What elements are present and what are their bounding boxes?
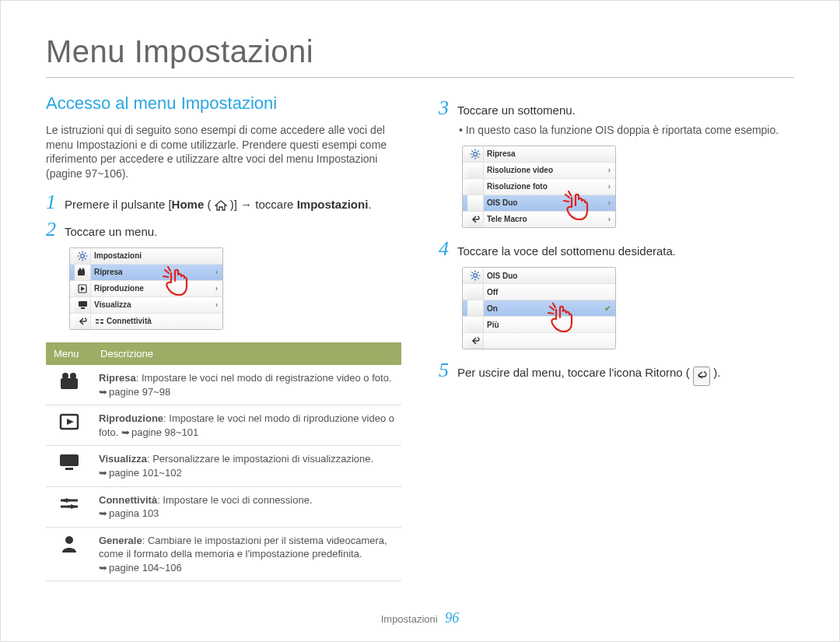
svg-point-0 <box>81 254 85 258</box>
svg-line-38 <box>471 278 473 279</box>
left-column: Accesso al menu Impostazioni Le istruzio… <box>46 92 401 581</box>
lcd-header-label: Ripresa <box>487 149 611 160</box>
step-2: 2 Toccare un menu. <box>46 219 401 240</box>
lcd-row[interactable]: Risoluzione foto › <box>463 179 615 195</box>
intro-paragraph: Le istruzioni qui di seguito sono esempi… <box>46 123 401 182</box>
chevron-right-icon: › <box>215 300 218 310</box>
camera-icon <box>46 365 93 405</box>
lcd-screenshot-submenu: Ripresa Risoluzione video › Risoluzione … <box>462 146 616 228</box>
table-cell-desc: Generale: Cambiare le impostazioni per i… <box>93 527 401 581</box>
svg-rect-9 <box>78 270 85 275</box>
table-cell-desc: Riproduzione: Impostare le voci nel modo… <box>93 405 401 446</box>
svg-point-11 <box>82 268 85 270</box>
page-footer: Impostazioni 96 <box>1 609 839 627</box>
return-icon <box>693 367 710 385</box>
lcd-screenshot-menu: Impostazioni Ripresa › Riproduzione › Vi… <box>69 247 223 330</box>
display-icon <box>75 297 91 313</box>
lcd-row-connettivita[interactable]: Connettività <box>70 314 222 329</box>
lcd-row-back[interactable] <box>463 333 615 349</box>
svg-rect-19 <box>60 454 79 466</box>
chevron-right-icon: › <box>608 198 611 209</box>
svg-line-8 <box>85 252 86 254</box>
section-heading: Accesso al menu Impostazioni <box>46 92 401 115</box>
svg-point-31 <box>474 274 478 278</box>
step-number: 3 <box>439 98 457 118</box>
step-number: 2 <box>46 219 65 240</box>
svg-point-16 <box>62 373 68 379</box>
step-3-text: Toccare un sottomenu. <box>457 103 576 118</box>
step-3: 3 Toccare un sottomenu. <box>439 98 794 118</box>
content-columns: Accesso al menu Impostazioni Le istruzio… <box>46 92 794 581</box>
table-header-desc: Descrizione <box>93 342 401 366</box>
footer-page-number: 96 <box>445 610 459 626</box>
svg-rect-14 <box>81 307 85 309</box>
svg-line-29 <box>471 156 473 158</box>
step-4-text: Toccare la voce del sottomenu desiderata… <box>457 244 676 259</box>
lcd-row-ripresa[interactable]: Ripresa › <box>70 265 222 281</box>
step-5: 5 Per uscire dal menu, toccare l'icona R… <box>439 360 794 385</box>
svg-point-21 <box>65 536 73 544</box>
connectivity-icon <box>94 317 105 325</box>
step-number: 1 <box>46 192 65 212</box>
lcd-row-on[interactable]: On ✔ <box>463 300 615 317</box>
step-4: 4 Toccare la voce del sottomenu desidera… <box>439 239 794 259</box>
step-5-text: Per uscire dal menu, toccare l'icona Rit… <box>457 365 720 385</box>
display-icon <box>46 446 93 486</box>
table-cell-desc: Connettività: Impostare le voci di conne… <box>93 486 401 527</box>
chevron-right-icon: › <box>215 283 218 294</box>
menu-description-table: Menu Descrizione Ripresa: Impostare le v… <box>46 342 401 582</box>
lcd-header-label: Impostazioni <box>94 251 218 261</box>
svg-rect-13 <box>79 301 87 307</box>
table-header-menu: Menu <box>46 342 93 366</box>
gear-icon <box>467 146 484 162</box>
chevron-right-icon: › <box>215 267 218 278</box>
svg-line-30 <box>478 150 479 152</box>
step-number: 4 <box>439 239 457 259</box>
step-number: 5 <box>439 360 457 381</box>
svg-line-6 <box>85 258 86 260</box>
svg-point-17 <box>70 373 76 379</box>
svg-line-27 <box>471 150 473 152</box>
table-cell-desc: Ripresa: Impostare le voci nel modo di r… <box>93 365 401 405</box>
svg-line-39 <box>478 272 479 274</box>
lcd-header-label: OIS Duo <box>487 271 611 282</box>
table-cell-desc: Visualizza: Personalizzare le impostazio… <box>93 446 401 486</box>
chevron-right-icon: › <box>608 165 611 176</box>
svg-rect-15 <box>61 378 78 389</box>
page-title: Menu Impostazioni <box>46 30 794 78</box>
footer-section-label: Impostazioni <box>381 613 438 625</box>
lcd-row[interactable]: Off <box>463 284 615 300</box>
lcd-row-riproduzione[interactable]: Riproduzione › <box>70 281 222 297</box>
back-icon[interactable] <box>467 333 484 349</box>
table-header-row: Menu Descrizione <box>46 342 401 366</box>
svg-line-7 <box>79 258 80 260</box>
check-icon: ✔ <box>604 303 611 314</box>
svg-line-36 <box>471 272 473 274</box>
step-1-text: Premere il pulsante [Home ( )] → toccare… <box>65 197 371 212</box>
back-icon[interactable] <box>467 212 484 227</box>
lcd-row-visualizza[interactable]: Visualizza › <box>70 297 222 314</box>
lcd-row[interactable]: Più <box>463 317 615 333</box>
table-row: Riproduzione: Impostare le voci nel modo… <box>46 405 401 446</box>
chevron-right-icon: › <box>608 214 611 225</box>
step-2-text: Toccare un menu. <box>65 224 157 240</box>
lcd-row[interactable]: Risoluzione video › <box>463 163 615 179</box>
svg-line-37 <box>478 278 479 279</box>
connectivity-icon <box>46 486 93 527</box>
table-row: Ripresa: Impostare le voci nel modo di r… <box>46 365 401 405</box>
gear-icon <box>75 248 91 264</box>
play-icon <box>46 405 93 446</box>
step-1: 1 Premere il pulsante [Home ( )] → tocca… <box>46 192 401 212</box>
lcd-header-row: OIS Duo <box>463 268 615 284</box>
svg-line-5 <box>79 252 80 254</box>
lcd-screenshot-option: OIS Duo Off On ✔ Più <box>462 267 616 349</box>
camera-icon <box>75 265 91 280</box>
back-icon[interactable] <box>75 314 91 329</box>
lcd-header-row: Ripresa <box>463 146 615 163</box>
chevron-right-icon: › <box>608 181 611 192</box>
svg-rect-20 <box>65 468 73 470</box>
lcd-row-oisduo[interactable]: OIS Duo › <box>463 195 615 212</box>
home-icon <box>215 198 227 211</box>
lcd-row[interactable]: Tele Macro › <box>463 212 615 227</box>
step-3-bullet: In questo caso la funzione OIS doppia è … <box>459 123 794 138</box>
